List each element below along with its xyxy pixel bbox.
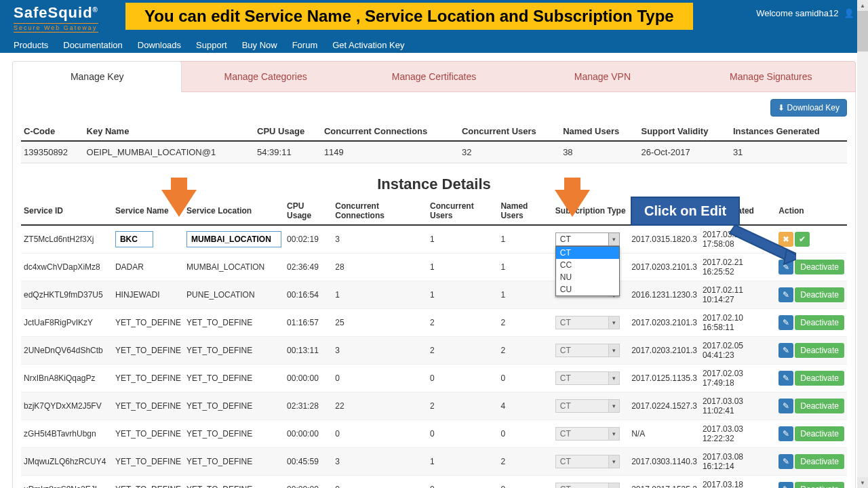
cell-nusers: 0 [498, 476, 552, 489]
cell-service-name: HINJEWADI [113, 281, 184, 309]
cell-service-id: JctUaF8RigPvIKzY [21, 309, 113, 337]
cell-service-id: dc4xwChVDapXiMz8 [21, 253, 113, 281]
cell-service-name: YET_TO_DEFINE [113, 476, 184, 489]
callout-arrow [722, 225, 796, 266]
panel: ⬇ Download Key C-CodeKey NameCPU UsageCo… [12, 92, 856, 488]
nav-support[interactable]: Support [196, 40, 227, 50]
cell-version: 2017.0315.1820.3 [629, 225, 700, 253]
table-row: uDmkz8rgS9Nc2EJLYET_TO_DEFINEYET_TO_DEFI… [21, 476, 847, 489]
edit-button[interactable]: ✎ [778, 343, 793, 358]
service-location-input[interactable] [186, 231, 281, 247]
nav-forum[interactable]: Forum [292, 40, 318, 50]
cell-service-name: YET_TO_DEFINE [113, 420, 184, 448]
summary-header: CPU Usage [254, 122, 321, 141]
top-nav: ProductsDocumentationDownloadsSupportBuy… [14, 40, 404, 50]
nav-documentation[interactable]: Documentation [63, 40, 122, 50]
summary-header: Named Users [560, 122, 638, 141]
table-row: bzjK7QYDxXM2J5FVYET_TO_DEFINEYET_TO_DEFI… [21, 392, 847, 420]
subscription-select-disabled: CT▾ [555, 344, 620, 357]
cell-cusers: 1 [427, 448, 498, 476]
edit-button[interactable]: ✎ [778, 426, 793, 441]
cell-updated: 2017.02.10 16:58:11 [700, 309, 776, 337]
subscription-select-disabled: CT▾ [555, 399, 620, 413]
cell-cusers: 0 [427, 476, 498, 489]
tab-manage-certificates[interactable]: Manage Certificates [350, 62, 518, 92]
nav-downloads[interactable]: Downloads [138, 40, 181, 50]
table-row: 2UNeDnQV64dShCtbYET_TO_DEFINEYET_TO_DEFI… [21, 337, 847, 365]
edit-button[interactable]: ✎ [778, 399, 793, 413]
subscription-dropdown[interactable]: CTCCNUCU [555, 246, 620, 296]
cell-service-location: YET_TO_DEFINE [184, 420, 284, 448]
cell-cpu: 01:16:57 [284, 309, 332, 337]
summary-header: Key Name [84, 122, 255, 141]
cell-cusers: 0 [427, 420, 498, 448]
edit-button[interactable]: ✎ [778, 315, 793, 330]
deactivate-button[interactable]: Deactivate [795, 426, 844, 441]
annotation-arrow-subscription [555, 190, 590, 217]
tab-strip: Manage KeyManage CategoriesManage Certif… [12, 61, 856, 92]
brand-tagline: Secure Web Gateway [14, 23, 98, 33]
nav-get-activation-key[interactable]: Get Activation Key [332, 40, 404, 50]
download-key-button[interactable]: ⬇ Download Key [770, 99, 847, 117]
cell-service-location: YET_TO_DEFINE [184, 392, 284, 420]
detail-header: Action [776, 197, 847, 225]
deactivate-button[interactable]: Deactivate [795, 260, 844, 274]
cell-service-location: YET_TO_DEFINE [184, 448, 284, 476]
deactivate-button[interactable]: Deactivate [795, 343, 844, 358]
scroll-up-icon[interactable]: ▲ [857, 0, 868, 11]
cell-nusers: 4 [498, 392, 552, 420]
tab-manage-signatures[interactable]: Manage Signatures [687, 62, 855, 92]
subscription-select[interactable]: CT▾CTCCNUCU [555, 232, 620, 246]
section-title: Instance Details [21, 176, 847, 193]
cell-cusers: 2 [427, 337, 498, 365]
brand-logo[interactable]: SafeSquid® Secure Web Gateway [14, 4, 98, 33]
download-label: Download Key [787, 103, 840, 113]
tab-manage-key[interactable]: Manage Key [12, 61, 182, 92]
cell-service-id: uDmkz8rgS9Nc2EJL [21, 476, 113, 489]
subscription-option[interactable]: CC [556, 259, 619, 271]
edit-button[interactable]: ✎ [778, 482, 793, 488]
top-bar: SafeSquid® Secure Web Gateway You can ed… [0, 0, 868, 53]
deactivate-button[interactable]: Deactivate [795, 482, 844, 488]
cell-service-location: PUNE_LOCATION [184, 281, 284, 309]
cell-cpu: 00:00:00 [284, 420, 332, 448]
scroll-down-icon[interactable]: ▼ [857, 477, 868, 488]
vertical-scrollbar[interactable]: ▲ ▼ [857, 0, 868, 488]
deactivate-button[interactable]: Deactivate [795, 315, 844, 330]
tab-manage-vpn[interactable]: Manage VPN [518, 62, 686, 92]
scroll-thumb[interactable] [857, 11, 868, 52]
nav-products[interactable]: Products [14, 40, 48, 50]
subscription-option[interactable]: CU [556, 283, 619, 296]
deactivate-button[interactable]: Deactivate [795, 454, 844, 469]
cell-version: 2017.0203.2101.3 [629, 337, 700, 365]
cell-version: 2017.0317.1535.3 [629, 476, 700, 489]
detail-header: Concurrent Users [427, 197, 498, 225]
cell-nusers: 1 [498, 225, 552, 253]
confirm-edit-button[interactable]: ✔ [795, 232, 810, 247]
deactivate-button[interactable]: Deactivate [795, 399, 844, 413]
cell-service-id: 2UNeDnQV64dShCtb [21, 337, 113, 365]
cell-service-id: NrxIBnA8KiQqagPz [21, 365, 113, 392]
edit-button[interactable]: ✎ [778, 287, 793, 302]
welcome-prefix: Welcome [756, 8, 793, 18]
subscription-option[interactable]: NU [556, 271, 619, 283]
edit-button[interactable]: ✎ [778, 454, 793, 469]
service-name-input[interactable] [115, 231, 153, 247]
nav-buy-now[interactable]: Buy Now [242, 40, 277, 50]
cell-cpu: 00:45:59 [284, 448, 332, 476]
subscription-option[interactable]: CT [556, 247, 619, 259]
detail-header: CPU Usage [284, 197, 332, 225]
cell-cpu: 02:31:28 [284, 392, 332, 420]
tab-manage-categories[interactable]: Manage Categories [181, 62, 349, 92]
chevron-down-icon: ▾ [608, 233, 619, 245]
deactivate-button[interactable]: Deactivate [795, 287, 844, 302]
deactivate-button[interactable]: Deactivate [795, 371, 844, 386]
summary-header: Support Validity [638, 122, 730, 141]
summary-cell: 32 [459, 141, 560, 163]
cell-nusers: 1 [498, 253, 552, 281]
welcome-text[interactable]: Welcome samidha12 👤 [756, 8, 854, 18]
cell-service-name: YET_TO_DEFINE [113, 309, 184, 337]
summary-cell: 31 [730, 141, 847, 163]
edit-button[interactable]: ✎ [778, 371, 793, 386]
cell-cpu: 00:16:54 [284, 281, 332, 309]
